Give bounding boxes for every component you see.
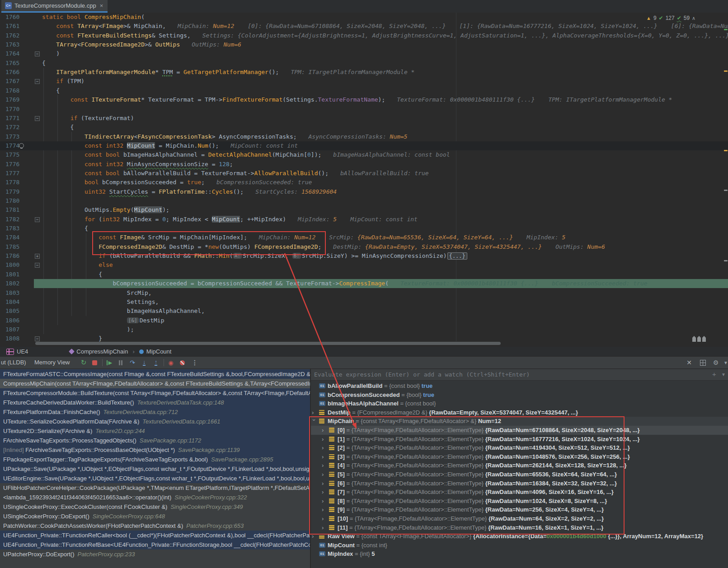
tab-texturecompressormodule[interactable]: C+ TextureCompressorModule.cpp × [1, 0, 108, 13]
expand-chevron-icon[interactable]: › [322, 514, 327, 523]
watch-row[interactable]: ›[9] = {TArray<FImage,FDefaultAllocator>… [311, 505, 728, 514]
more-icon[interactable]: ⋮ [190, 357, 200, 368]
watch-row[interactable]: 01MipCount = {const int} [311, 541, 728, 550]
code-line[interactable]: 1768 { [0, 86, 728, 95]
error-stripe[interactable] [723, 13, 728, 347]
code-line[interactable]: 1774 const int32 MipCount = MipChain.Num… [0, 141, 728, 150]
stack-frame[interactable]: UTexture::SerializeCookedPlatformData(FA… [0, 417, 310, 426]
stack-frame[interactable]: UPatcherProxy::DoExport()PatcherProxy.cp… [0, 549, 310, 559]
code-line[interactable]: 1763 TArray<FCompressedImage2D>& OutMips… [0, 40, 728, 49]
stack-frame[interactable]: FTextureCacheDerivedDataWorker::BuildTex… [0, 398, 310, 407]
watch-row[interactable]: ›[8] = {TArray<FImage,FDefaultAllocator>… [311, 497, 728, 506]
fold-marker-icon[interactable]: − [35, 336, 40, 341]
watch-row[interactable]: ›DestMip = {FCompressedImage2D &} {RawDa… [311, 408, 728, 417]
code-line[interactable]: 1770 [0, 105, 728, 114]
tab-console-lldb[interactable]: ut (LLDB) [1, 357, 26, 368]
code-line[interactable]: 1779 uint32 StartCycles = FPlatformTime:… [0, 187, 728, 196]
watch-row[interactable]: ›[11] = {TArray<FImage,FDefaultAllocator… [311, 523, 728, 532]
code-line[interactable]: 1769 const ITextureFormat* TextureFormat… [0, 95, 728, 104]
watch-row[interactable]: 01MipIndex = {int} 5 [311, 549, 728, 559]
code-line[interactable]: 1760static bool CompressMipChain( [0, 13, 728, 22]
evaluate-input[interactable]: Evaluate expression (Enter) or add a wat… [314, 371, 530, 378]
add-watch-icon[interactable]: + [712, 370, 716, 378]
fold-marker-icon[interactable]: − [35, 217, 40, 222]
breadcrumb-item-ue4[interactable]: UE4 [6, 348, 28, 355]
code-line[interactable]: 1764− ) [0, 49, 728, 58]
collapse-chevron-icon[interactable]: ∧ [692, 15, 695, 21]
code-line[interactable]: 1773 TIndirectArray<FAsyncCompressionTas… [0, 132, 728, 141]
step-over-icon[interactable]: ↷ [127, 357, 137, 368]
code-line[interactable]: 1786+ if (bAllowParallelBuild && FMath::… [0, 251, 728, 261]
expand-chevron-icon[interactable]: › [322, 505, 327, 514]
watch-row[interactable]: ›[10] = {TArray<FImage,FDefaultAllocator… [311, 514, 728, 523]
expand-chevron-icon[interactable]: › [312, 408, 317, 417]
intention-bulb-icon[interactable] [19, 143, 24, 148]
code-line[interactable]: 1805 bImageHasAlphaChannel, [0, 307, 728, 316]
expand-chevron-icon[interactable]: › [322, 435, 327, 444]
code-line[interactable]: 1785 FCompressedImage2D& DestMip = *new(… [0, 242, 728, 251]
watch-row[interactable]: ›[7] = {TArray<FImage,FDefaultAllocator>… [311, 488, 728, 497]
watch-row[interactable]: ›MipChain = {const TArray<FImage,FDefaul… [311, 417, 728, 426]
code-line[interactable]: 1761 const TArray<FImage>& MipChain,MipC… [0, 22, 728, 31]
resume-icon[interactable]: ▶ [104, 357, 114, 368]
fold-marker-icon[interactable]: − [35, 263, 40, 268]
stack-frame[interactable]: FTexturePlatformData::FinishCache()Textu… [0, 407, 310, 417]
close-icon[interactable]: ✕ [684, 357, 694, 368]
stack-frame[interactable]: UE4Function_Private::TFunctionRefBase<UE… [0, 540, 310, 549]
pause-icon[interactable] [116, 357, 126, 368]
stack-frame[interactable]: USingleCookerProxy::DoExport()SingleCook… [0, 512, 310, 521]
rerun-icon[interactable]: ↻ [79, 357, 89, 368]
expand-chevron-icon[interactable]: › [311, 419, 319, 424]
tab-close-icon[interactable]: × [100, 2, 103, 9]
tab-memory-view[interactable]: Memory View [34, 357, 70, 368]
expand-chevron-icon[interactable]: › [322, 497, 327, 506]
code-line[interactable]: 1804 Settings, [0, 298, 728, 307]
code-line[interactable]: 1802 bCompressionSucceeded = bCompressio… [0, 279, 728, 288]
watch-row[interactable]: 01bCompressionSucceeded = {bool} true [311, 391, 728, 400]
expand-chevron-icon[interactable]: › [322, 426, 327, 435]
watch-row[interactable]: 01bImageHasAlphaChannel = {const bool} [311, 399, 728, 408]
stack-frame[interactable]: FTextureFormatASTC::CompressImage(const … [0, 369, 310, 379]
breadcrumb-item-mipcount[interactable]: MipCount [139, 348, 172, 355]
code-line[interactable]: 1767− if (TPM) [0, 77, 728, 86]
code-line[interactable]: 1780 [0, 196, 728, 205]
step-into-icon[interactable]: ↓ [139, 357, 149, 368]
stack-frame[interactable]: PatchWorker::CookPatchAssetsWorker(FHotP… [0, 521, 310, 531]
restore-layout-icon[interactable] [698, 357, 708, 368]
dropdown-caret-icon[interactable]: ▼ [721, 357, 728, 368]
call-stack-panel[interactable]: FTextureFormatASTC::CompressImage(const … [0, 369, 310, 568]
code-line[interactable]: 1775 const bool bImageHasAlphaChannel = … [0, 150, 728, 159]
watch-dropdown-caret-icon[interactable]: ▼ [721, 372, 726, 377]
code-line[interactable]: 1772 { [0, 123, 728, 132]
step-out-icon[interactable]: ↑ [151, 357, 161, 368]
stack-frame[interactable]: FPackageExportTagger::TagPackageExports(… [0, 455, 310, 464]
horizontal-scrollbar[interactable] [35, 342, 501, 345]
fold-marker-icon[interactable]: − [35, 116, 40, 121]
stack-frame[interactable]: UFlibHotPatcherCoreHelper::CookPackage(U… [0, 483, 310, 493]
stop-icon[interactable] [89, 357, 99, 368]
stack-frame[interactable]: <lambda_15923934f241f344063f450216653aa6… [0, 493, 310, 502]
expand-chevron-icon[interactable]: › [322, 452, 327, 461]
code-line[interactable]: 1762 const FTextureBuildSettings& Settin… [0, 31, 728, 40]
code-line[interactable]: 1778 bool bCompressionSucceeded = true;b… [0, 178, 728, 187]
code-line[interactable]: 1806 [&]DestMip [0, 316, 728, 325]
code-editor[interactable]: 1760static bool CompressMipChain(1761 co… [0, 13, 728, 347]
stack-frame[interactable]: USingleCookerProxy::ExecCookCluster(cons… [0, 502, 310, 512]
settings-gear-icon[interactable]: ⚙ [711, 357, 721, 368]
stack-frame[interactable]: [Inlined] FArchiveSaveTagExports::Proces… [0, 445, 310, 455]
expand-chevron-icon[interactable]: › [322, 443, 327, 452]
code-line[interactable]: 1801 { [0, 270, 728, 279]
expand-chevron-icon[interactable]: › [322, 523, 327, 532]
code-vision-pencils-icon[interactable] [692, 336, 706, 342]
fold-marker-icon[interactable]: − [35, 79, 40, 84]
code-line[interactable]: 1800− else [0, 261, 728, 270]
code-line[interactable]: 1777 const bool bAllowParallelBuild = Te… [0, 169, 728, 178]
code-line[interactable]: 1781 OutMips.Empty(MipCount); [0, 205, 728, 214]
stack-frame[interactable]: FTextureCompressorModule::BuildTexture(c… [0, 388, 310, 398]
code-line[interactable]: 1765{ [0, 59, 728, 68]
watch-row[interactable]: ›Raw View = {const TArray<FImage,FDefaul… [311, 532, 728, 541]
watch-row[interactable]: ›[2] = {TArray<FImage,FDefaultAllocator>… [311, 443, 728, 452]
stack-frame[interactable]: CompressMipChain(const TArray<FImage,FDe… [0, 379, 310, 388]
stack-frame[interactable]: UTexture2D::Serialize(FArchive &)Texture… [0, 426, 310, 436]
watch-row[interactable]: 01bAllowParallelBuild = {const bool} tru… [311, 382, 728, 391]
